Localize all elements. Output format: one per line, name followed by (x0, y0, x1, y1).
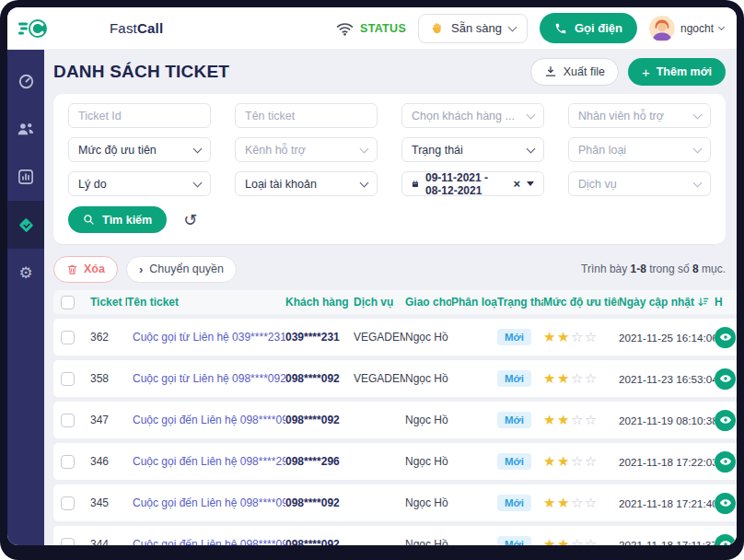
chevron-down-icon (693, 144, 703, 153)
row-checkbox[interactable] (61, 372, 75, 386)
eye-icon (719, 414, 732, 426)
support-staff-select[interactable]: Nhân viên hỗ trợ (568, 103, 711, 128)
ticket-name-link[interactable]: Cuộc gọi đến Liên hệ 098****092 (127, 496, 285, 509)
service-select[interactable]: Dịch vụ (568, 171, 711, 196)
view-button[interactable] (715, 493, 736, 514)
updated-cell: 2021-11-18 17:21:40 (619, 497, 715, 509)
sidebar-item-contacts[interactable] (7, 105, 44, 153)
clear-date-icon[interactable]: × (513, 178, 520, 190)
ticket-id-cell: 358 (81, 372, 127, 385)
status-badge: Mới (497, 453, 531, 470)
search-button[interactable]: Tìm kiếm (68, 206, 167, 233)
view-button[interactable] (715, 327, 736, 348)
updated-cell: 2021-11-18 17:11:37 (619, 539, 715, 546)
filter-card: Chọn khách hàng ... Nhân viên hỗ trợ Mức… (53, 94, 726, 244)
account-type-select[interactable]: Loại tài khoản (235, 171, 378, 196)
ticket-name-link[interactable]: Cuộc gọi từ Liên hệ 098****092 (127, 372, 285, 385)
support-channel-select[interactable]: Kênh hỗ trợ (235, 137, 378, 162)
eye-icon (719, 538, 732, 545)
call-button[interactable]: Gọi điện (540, 13, 637, 43)
brand-name: FastCall (110, 20, 163, 36)
status-badge: Mới (497, 495, 531, 511)
chevron-down-icon (718, 23, 725, 29)
row-checkbox[interactable] (61, 496, 75, 510)
status-badge: Mới (497, 329, 531, 345)
date-range-picker[interactable]: 09-11-2021 - 08-12-2021 × (401, 171, 544, 196)
view-button[interactable] (715, 451, 736, 472)
ticket-name-link[interactable]: Cuộc gọi đến Liên hệ 098****296 (127, 455, 285, 468)
category-select[interactable]: Phân loại (568, 137, 711, 162)
calendar-icon (412, 179, 419, 190)
chevron-down-icon (693, 110, 703, 119)
ticket-name-input[interactable] (235, 103, 378, 128)
ticket-id-cell: 344 (81, 538, 127, 545)
reason-select[interactable]: Lý do (68, 171, 211, 196)
plus-icon: + (642, 65, 650, 79)
service-cell: VEGADEMO (354, 331, 405, 344)
page-title: DANH SÁCH TICKET (53, 62, 229, 82)
view-button[interactable] (715, 368, 736, 390)
add-new-label: Thêm mới (657, 65, 712, 78)
view-button[interactable] (715, 410, 736, 431)
table-header-row: Ticket Id Tên ticket Khách hàng Dịch vụ … (53, 290, 737, 314)
table-row: 347 Cuộc gọi đến Liên hệ 098****092 098*… (53, 402, 737, 438)
assignee-cell: Ngọc Hồ (405, 455, 451, 468)
row-checkbox[interactable] (61, 331, 75, 344)
ticket-name-link[interactable]: Cuộc gọi từ Liên hệ 039****231 (127, 331, 285, 344)
phone-icon (554, 22, 567, 35)
waving-hand-icon (430, 21, 444, 35)
header-service: Dịch vụ (354, 296, 405, 309)
chevron-down-icon (360, 144, 369, 153)
assignee-cell: Ngọc Hồ (405, 414, 451, 426)
view-button[interactable] (715, 534, 736, 546)
sidebar-item-reports[interactable] (7, 153, 44, 201)
sidebar-item-settings[interactable]: ⚙ (7, 249, 44, 297)
status-select[interactable]: Trạng thái (401, 137, 544, 162)
username: ngocht (680, 22, 714, 35)
customer-select[interactable]: Chọn khách hàng ... (401, 103, 544, 128)
table-row: 345 Cuộc gọi đến Liên hệ 098****092 098*… (53, 484, 737, 521)
status-label: STATUS (360, 22, 406, 35)
priority-select[interactable]: Mức độ ưu tiên (68, 137, 211, 162)
ticket-id-input[interactable] (68, 103, 211, 128)
reset-filters-button[interactable]: ↺ (183, 212, 197, 228)
chevron-down-icon (527, 144, 536, 153)
select-all-checkbox[interactable] (61, 296, 75, 309)
ticket-name-link[interactable]: Cuộc gọi đến Liên hệ 098****092 (127, 414, 285, 426)
export-file-button[interactable]: Xuất file (530, 58, 619, 86)
customer-cell: 098****092 (285, 414, 354, 426)
refresh-icon: ↺ (183, 210, 197, 229)
availability-select[interactable]: Sẵn sàng (418, 14, 528, 43)
caret-down-icon[interactable] (527, 181, 534, 186)
header-assignee: Giao cho (405, 296, 451, 309)
gear-icon: ⚙ (18, 265, 32, 281)
assignee-cell: Ngọc Hồ (405, 331, 451, 344)
row-checkbox[interactable] (61, 414, 75, 427)
sidebar-item-tickets[interactable] (7, 201, 44, 249)
status-badge: Mới (497, 536, 531, 545)
dashboard-gauge-icon (17, 73, 35, 90)
row-checkbox[interactable] (61, 538, 75, 546)
eye-icon (719, 496, 732, 509)
header-customer: Khách hàng (285, 296, 354, 309)
user-menu[interactable]: ngocht (649, 16, 724, 41)
updated-cell: 2021-11-25 16:14:06 (619, 332, 715, 344)
delete-button[interactable]: Xóa (53, 256, 118, 283)
header-ticket-name: Tên ticket (127, 296, 285, 309)
main-content: DANH SÁCH TICKET Xuất file + Thêm mới (44, 50, 737, 545)
ticket-name-link[interactable]: Cuộc gọi đến Liên hệ 098****092 (127, 538, 285, 545)
transfer-button[interactable]: › Chuyển quyền (126, 256, 237, 283)
sidebar-item-dashboard[interactable] (7, 57, 44, 105)
customer-cell: 039****231 (285, 331, 354, 344)
row-checkbox[interactable] (61, 455, 75, 469)
avatar (649, 16, 675, 41)
chevron-right-icon: › (139, 263, 143, 275)
export-file-label: Xuất file (564, 65, 605, 78)
table-row: 344 Cuộc gọi đến Liên hệ 098****092 098*… (53, 526, 737, 545)
header-updated-sort[interactable]: Ngày cập nhật (619, 296, 709, 309)
priority-stars: ★★☆☆ (543, 372, 619, 386)
add-new-button[interactable]: + Thêm mới (628, 58, 726, 86)
call-button-label: Gọi điện (575, 21, 622, 35)
results-summary: Trình bày 1-8 trong số 8 mục. (581, 262, 726, 275)
table-row: 346 Cuộc gọi đến Liên hệ 098****296 098*… (53, 443, 737, 480)
